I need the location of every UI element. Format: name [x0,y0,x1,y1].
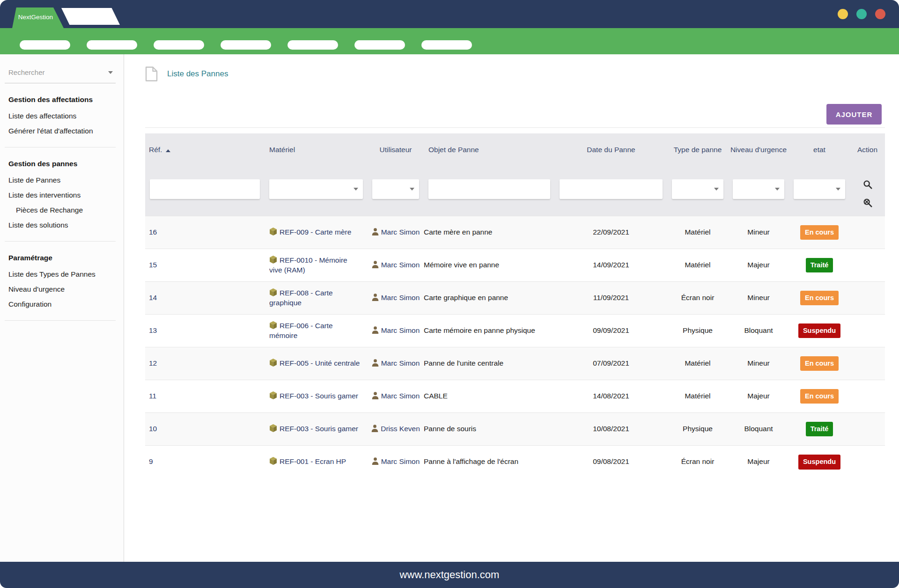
ref-link[interactable]: 14 [149,294,157,301]
type-text: Physique [683,425,713,433]
chevron-down-icon [108,71,113,74]
niveau-text: Mineur [747,359,769,367]
filter-ref-input[interactable] [150,179,260,199]
column-header-utilisateur[interactable]: Utilisateur [368,133,424,166]
clear-search-icon [862,198,873,208]
filter-niveau-select[interactable] [733,179,784,199]
objet-text: Carte graphique en panne [424,294,508,301]
sidebar-item[interactable]: Liste des solutions [5,218,116,233]
utilisateur-link[interactable]: Marc Simon [381,261,420,269]
date-text: 14/08/2021 [593,392,629,400]
window-controls [838,9,885,19]
window-close-dot[interactable] [875,9,885,19]
material-box-icon [269,424,277,432]
chevron-down-icon [410,188,414,191]
footer-url: www.nextgestion.com [400,569,500,581]
add-button[interactable]: AJOUTER [826,104,882,125]
sidebar-item[interactable]: Liste des Types de Pannes [5,267,116,282]
pannes-table: Réf. Matériel Utilisateur Objet de Panne… [145,133,885,478]
clear-search-button[interactable] [862,198,873,209]
type-text: Écran noir [681,457,715,465]
materiel-link[interactable]: REF-001 - Ecran HP [280,457,346,465]
nav-pill-1[interactable] [20,40,70,50]
ref-link[interactable]: 15 [149,261,157,269]
search-icon [862,179,873,190]
column-header-type[interactable]: Type de panne [667,133,728,166]
utilisateur-link[interactable]: Marc Simon [381,228,420,236]
materiel-link[interactable]: REF-003 - Souris gamer [280,392,358,400]
window-maximize-dot[interactable] [856,9,867,19]
user-icon [372,294,379,301]
page-title-text: Liste des Pannes [167,69,228,79]
status-badge: Traité [806,422,833,437]
utilisateur-link[interactable]: Marc Simon [381,457,420,465]
column-header-objet[interactable]: Objet de Panne [424,133,555,166]
utilisateur-link[interactable]: Marc Simon [381,294,420,301]
type-text: Matériel [685,392,710,400]
objet-text: Panne de souris [424,425,476,433]
sidebar-item[interactable]: Liste de Pannes [5,173,116,188]
materiel-link[interactable]: REF-009 - Carte mère [280,228,351,236]
sidebar-section-title: Gestion des affectations [5,96,116,104]
ref-link[interactable]: 16 [149,228,157,236]
nav-pill-7[interactable] [421,40,472,50]
date-text: 07/09/2021 [593,359,629,367]
ref-link[interactable]: 11 [149,392,156,400]
materiel-link[interactable]: REF-006 - Carte mémoire [269,322,333,339]
sidebar-item[interactable]: Liste des interventions [5,188,116,203]
sidebar-item[interactable]: Niveau d'urgence [5,282,116,297]
sort-asc-icon [166,149,170,152]
materiel-link[interactable]: REF-003 - Souris gamer [280,425,358,433]
sidebar-section-title: Gestion des pannes [5,160,116,168]
ref-link[interactable]: 9 [149,457,153,465]
filter-date-input[interactable] [560,179,663,199]
column-header-niveau[interactable]: Niveau d'urgence [728,133,789,166]
niveau-text: Majeur [747,392,769,400]
user-icon [372,261,379,268]
materiel-link[interactable]: REF-0010 - Mémoire vive (RAM) [269,256,347,274]
sidebar-item[interactable]: Configuration [5,297,116,312]
ref-link[interactable]: 10 [149,425,157,433]
status-badge: Suspendu [798,323,840,338]
filter-objet-input[interactable] [428,179,550,199]
table-row: 16REF-009 - Carte mèreMarc SimonCarte mè… [145,216,885,249]
column-header-materiel[interactable]: Matériel [265,133,368,166]
material-box-icon [269,359,277,367]
column-header-date[interactable]: Date du Panne [555,133,667,166]
sidebar-item[interactable]: Liste des affectations [5,109,116,124]
ref-link[interactable]: 12 [149,359,157,367]
material-box-icon [269,457,277,465]
secondary-tab[interactable] [61,8,120,25]
nav-pill-5[interactable] [287,40,338,50]
search-button[interactable] [862,179,873,191]
objet-text: Carte mémoire en panne physique [424,326,535,334]
filter-utilisateur-select[interactable] [372,179,419,199]
ref-link[interactable]: 13 [149,326,157,334]
table-row: 14REF-008 - Carte graphiqueMarc SimonCar… [145,282,885,315]
nav-pill-3[interactable] [154,40,204,50]
filter-etat-select[interactable] [794,179,845,199]
column-header-ref[interactable]: Réf. [145,133,265,166]
sidebar-item[interactable]: Pièces de Rechange [5,203,116,218]
window-minimize-dot[interactable] [838,9,848,19]
materiel-link[interactable]: REF-005 - Unité centrale [280,359,360,367]
nav-pill-2[interactable] [87,40,137,50]
utilisateur-link[interactable]: Driss Keven [381,425,420,433]
filter-materiel-select[interactable] [269,179,363,199]
date-text: 09/08/2021 [593,457,629,465]
nav-pill-4[interactable] [221,40,271,50]
app-window: NextGestion Rechercher Gestion des affec… [0,0,899,588]
sidebar-search-dropdown[interactable]: Rechercher [5,68,116,83]
nav-pill-6[interactable] [354,40,405,50]
column-header-etat[interactable]: etat [789,133,850,166]
material-box-icon [269,288,277,296]
brand-tab[interactable]: NextGestion [12,7,64,28]
material-box-icon [269,256,277,264]
utilisateur-link[interactable]: Marc Simon [381,326,420,334]
filter-type-select[interactable] [672,179,723,199]
materiel-link[interactable]: REF-008 - Carte graphique [269,289,333,307]
sidebar-item[interactable]: Générer l'état d'affectation [5,124,116,139]
chevron-down-icon [354,188,358,191]
utilisateur-link[interactable]: Marc Simon [381,392,420,400]
utilisateur-link[interactable]: Marc Simon [381,359,420,367]
